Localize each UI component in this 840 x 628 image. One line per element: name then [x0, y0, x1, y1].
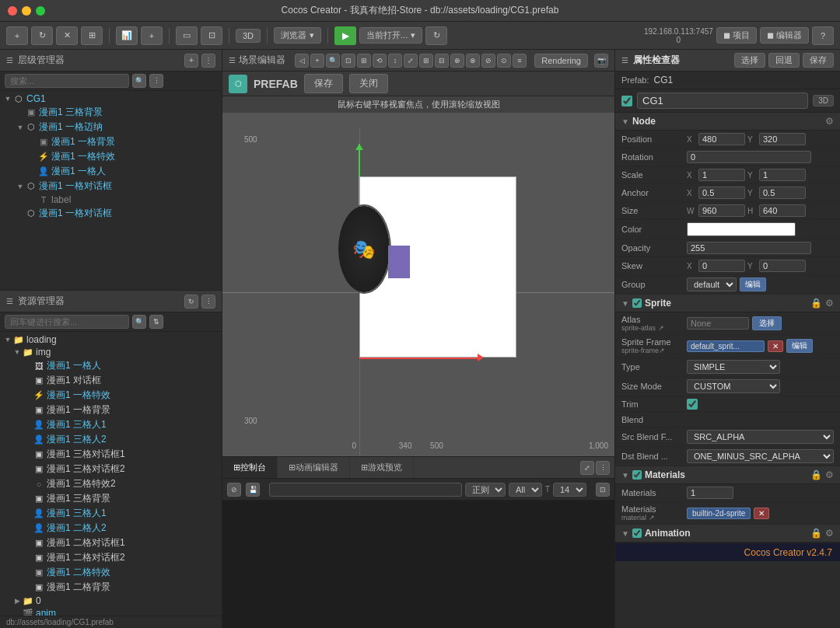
maximize-traffic-light[interactable]: [36, 6, 45, 16]
scene-tb-btn15[interactable]: ≡: [513, 54, 527, 68]
asset-manga1-2bubble1[interactable]: ▣ 漫画1 二格对话框1: [0, 536, 222, 550]
assets-search-btn[interactable]: 🔍: [132, 315, 146, 329]
tab-game-preview[interactable]: ⊞ 游戏预览: [350, 457, 414, 478]
scene-tb-btn11[interactable]: ⊕: [450, 54, 464, 68]
close-traffic-light[interactable]: [8, 6, 17, 16]
asset-manga1-sfx[interactable]: ⚡ 漫画1 一格特效: [0, 388, 222, 403]
minimize-traffic-light[interactable]: [22, 6, 31, 16]
asset-manga1-onebg[interactable]: ▣ 漫画1 一格背景: [0, 403, 222, 417]
scene-tb-btn13[interactable]: ⊘: [481, 54, 495, 68]
asset-manga1-3sfx2[interactable]: ○ 漫画1 三格特效2: [0, 476, 222, 491]
scene-tb-btn5[interactable]: ⊞: [357, 54, 371, 68]
tree-item-manga1-bubble[interactable]: ▼ ⬡ 漫画1 一格对话框: [0, 179, 222, 194]
asset-anim[interactable]: 🎬 anim: [0, 607, 222, 616]
scene-tb-btn4[interactable]: ⊡: [341, 54, 355, 68]
tree-item-manga1-onebg[interactable]: ▣ 漫画1 一格背景: [0, 134, 222, 149]
scene-tb-btn8[interactable]: ⤢: [404, 54, 418, 68]
chart-btn[interactable]: 📊: [116, 26, 138, 45]
asset-manga1-3man2[interactable]: 👤 漫画1 三格人2: [0, 432, 222, 447]
assets-search-input[interactable]: [5, 315, 129, 329]
group-edit-btn[interactable]: 编辑: [740, 277, 766, 291]
asset-manga1-2bg[interactable]: ▣ 漫画1 二格背景: [0, 580, 222, 595]
current-dropdown[interactable]: 当前打开... ▾: [359, 27, 422, 44]
anchor-y-input[interactable]: [759, 187, 806, 199]
size-w-input[interactable]: [698, 204, 745, 217]
add-node-btn[interactable]: +: [6, 26, 28, 45]
asset-loading[interactable]: ▼ 📁 loading: [0, 333, 222, 346]
editor-btn[interactable]: ◼ 编辑器: [760, 27, 809, 44]
console-clear-btn[interactable]: ⊘: [227, 483, 241, 497]
asset-manga1-2sfx[interactable]: ▣ 漫画1 二格特效: [0, 565, 222, 580]
asset-manga1-1man[interactable]: 🖼 漫画1 一格人: [0, 358, 222, 373]
scale-x-input[interactable]: [698, 169, 745, 181]
rect-btn[interactable]: ▭: [176, 26, 198, 45]
materials-active-checkbox[interactable]: [632, 470, 642, 480]
delete-btn[interactable]: ✕: [56, 26, 78, 45]
scene-tb-btn7[interactable]: ↕: [388, 54, 402, 68]
scene-tb-btn9[interactable]: ⊞: [419, 54, 433, 68]
sprite-frame-edit-btn[interactable]: 编辑: [786, 339, 813, 353]
asset-manga1-2bubble2[interactable]: ▣ 漫画1 二格对话框2: [0, 550, 222, 565]
animation-section-header[interactable]: ▼ Animation 🔒 ⚙: [615, 525, 840, 543]
scene-tb-btn10[interactable]: ⊟: [435, 54, 449, 68]
hierarchy-settings-btn[interactable]: ⋮: [201, 54, 215, 68]
asset-manga1-3bubble1[interactable]: ▣ 漫画1 三格对话框1: [0, 447, 222, 462]
asset-manga1-bubble[interactable]: ▣ 漫画1 对话框: [0, 373, 222, 388]
scale-y-input[interactable]: [759, 169, 806, 181]
console-filter-input[interactable]: [269, 483, 462, 497]
size-h-input[interactable]: [759, 204, 806, 217]
type-dropdown[interactable]: SIMPLE: [687, 360, 780, 374]
console-more-btn[interactable]: ⋮: [596, 461, 610, 475]
materials-section-gear[interactable]: ⚙: [825, 469, 834, 480]
asset-manga1-3bubble2[interactable]: ▣ 漫画1 三格对话框2: [0, 462, 222, 476]
node-name-input[interactable]: [637, 92, 808, 109]
move-btn[interactable]: ⊡: [201, 26, 222, 45]
console-expand-btn[interactable]: ⤢: [580, 461, 594, 475]
scene-camera-btn[interactable]: 📷: [594, 54, 608, 68]
scene-tb-btn3[interactable]: 🔍: [326, 54, 340, 68]
console-save-log-btn[interactable]: 💾: [246, 483, 260, 497]
reload-btn[interactable]: ↻: [425, 26, 447, 45]
materials-count-input[interactable]: [687, 487, 733, 499]
scene-close-btn[interactable]: 关闭: [349, 74, 388, 93]
asset-manga1-2man2[interactable]: 👤 漫画1 二格人2: [0, 521, 222, 536]
sprite-active-checkbox[interactable]: [632, 298, 642, 308]
tab-console[interactable]: ⊞ 控制台: [222, 457, 278, 478]
materials-section-header[interactable]: ▼ Materials 🔒 ⚙: [615, 466, 840, 484]
tree-item-manga1-bubble2[interactable]: ⬡ 漫画1 一格对话框: [0, 206, 222, 221]
node-section-gear[interactable]: ⚙: [825, 116, 834, 127]
sprite-section-gear[interactable]: ⚙: [825, 298, 834, 309]
hierarchy-search-btn[interactable]: 🔍: [132, 74, 146, 88]
project-btn[interactable]: ◼ 项目: [716, 27, 757, 44]
trim-checkbox[interactable]: [687, 399, 698, 410]
play-btn[interactable]: ▶: [334, 26, 356, 45]
asset-manga1-3bg[interactable]: ▣ 漫画1 三格背景: [0, 491, 222, 506]
rotation-input[interactable]: [687, 151, 811, 163]
atlas-select-btn[interactable]: 选择: [752, 316, 782, 330]
3d-toggle[interactable]: 3D: [236, 29, 261, 43]
sprite-frame-input[interactable]: [687, 340, 765, 352]
scene-tb-btn1[interactable]: ◁: [295, 54, 309, 68]
inspector-save-btn[interactable]: 保存: [803, 53, 834, 68]
animation-active-checkbox[interactable]: [632, 529, 642, 538]
asset-manga1-3man1a[interactable]: 👤 漫画1 三格人1: [0, 506, 222, 521]
rendering-btn[interactable]: Rendering: [534, 54, 588, 68]
browser-dropdown[interactable]: 浏览器 ▾: [274, 27, 321, 44]
tree-item-manga1-bg3[interactable]: ▣ 漫画1 三格背景: [0, 105, 222, 120]
console-level-select[interactable]: All: [509, 483, 542, 497]
hierarchy-search-input[interactable]: [5, 74, 129, 88]
opacity-input[interactable]: [687, 242, 811, 254]
skew-y-input[interactable]: [759, 260, 806, 272]
sprite-frame-clear-btn[interactable]: ✕: [768, 340, 783, 352]
scene-tb-btn12[interactable]: ⊗: [466, 54, 480, 68]
tree-item-manga1-oneman[interactable]: 👤 漫画1 一格人: [0, 164, 222, 179]
scene-tb-btn14[interactable]: ⊙: [497, 54, 511, 68]
tree-item-manga1-maina[interactable]: ▼ ⬡ 漫画1 一格迈纳: [0, 120, 222, 134]
asset-img[interactable]: ▼ 📁 img: [0, 346, 222, 358]
asset-0[interactable]: ▶ 📁 0: [0, 595, 222, 607]
skew-x-input[interactable]: [698, 260, 745, 272]
plus-btn[interactable]: +: [141, 26, 163, 45]
assets-sort-btn[interactable]: ⇅: [149, 315, 163, 329]
scene-tb-btn6[interactable]: ⟲: [373, 54, 387, 68]
dst-blend-dropdown[interactable]: ONE_MINUS_SRC_ALPHA: [687, 449, 834, 463]
